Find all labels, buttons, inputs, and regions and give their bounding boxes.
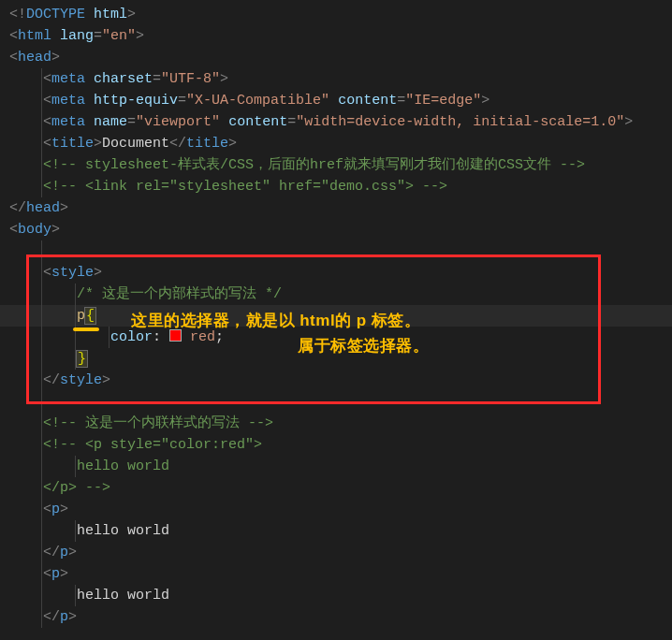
code-line: } <box>0 348 672 370</box>
code-line-active: p{ <box>0 305 672 327</box>
code-line: <p> <box>0 499 672 520</box>
code-line: hello world <box>0 520 672 542</box>
code-line: <title>Document</title> <box>0 133 672 154</box>
code-line: <!-- 这是一个内联样式的写法 --> <box>0 413 672 434</box>
code-line: <meta charset="UTF-8"> <box>0 68 672 90</box>
color-swatch <box>169 329 182 342</box>
code-line: <meta http-equiv="X-UA-Compatible" conte… <box>0 90 672 111</box>
code-line: color: red; <box>0 327 672 348</box>
code-line: /* 这是一个内部样式的写法 */ <box>0 284 672 305</box>
code-line: </p> <box>0 542 672 563</box>
code-line: </head> <box>0 197 672 219</box>
code-editor[interactable]: <!DOCTYPE html> <html lang="en"> <head> … <box>0 4 672 628</box>
code-line: <!-- stylesheet-样式表/CSS，后面的href就来填写刚才我们创… <box>0 154 672 176</box>
code-line: </p> <box>0 606 672 628</box>
code-line: <body> <box>0 219 672 240</box>
code-line: <head> <box>0 47 672 68</box>
code-line: </p> --> <box>0 477 672 499</box>
code-line <box>0 391 672 413</box>
code-line: <p> <box>0 563 672 585</box>
code-line: <!-- <p style="color:red"> <box>0 434 672 456</box>
code-line: <style> <box>0 262 672 284</box>
code-line: <!DOCTYPE html> <box>0 4 672 25</box>
code-line: <meta name="viewport" content="width=dev… <box>0 111 672 133</box>
code-line: hello world <box>0 585 672 606</box>
code-line: </style> <box>0 370 672 391</box>
code-line <box>0 240 672 262</box>
code-line: <html lang="en"> <box>0 25 672 47</box>
code-line: hello world <box>0 456 672 477</box>
code-line: <!-- <link rel="stylesheet" href="demo.c… <box>0 176 672 197</box>
